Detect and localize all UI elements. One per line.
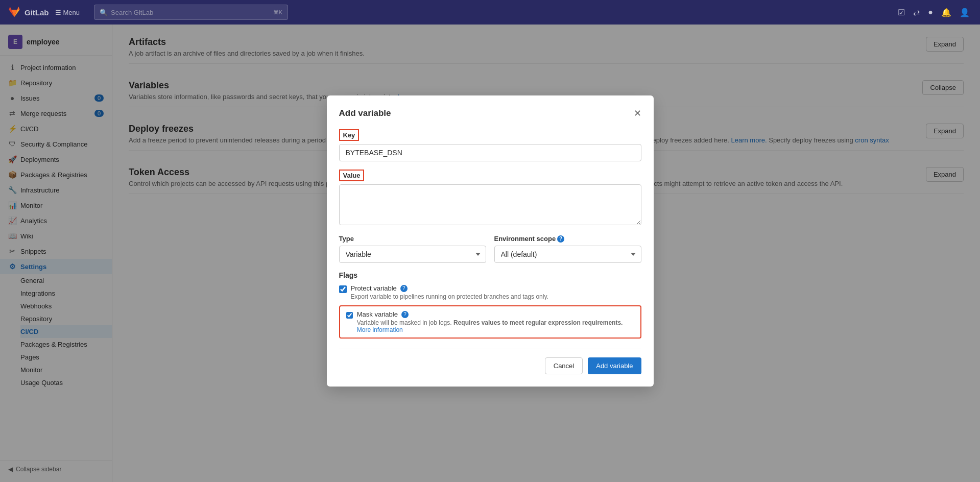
mask-variable-desc: Variable will be masked in job logs. Req… <box>357 319 634 333</box>
modal-close-button[interactable]: ✕ <box>634 108 641 119</box>
add-variable-modal: Add variable ✕ Key Value Type Variable F… <box>327 95 654 387</box>
env-scope-help-icon[interactable]: ? <box>557 235 564 243</box>
menu-button[interactable]: ☰ Menu <box>55 9 80 16</box>
env-scope-label-row: Environment scope ? <box>494 235 641 243</box>
modal-title: Add variable <box>339 108 391 118</box>
mask-variable-more-link[interactable]: More information <box>357 326 403 333</box>
type-col: Type Variable File <box>339 235 486 263</box>
notifications-icon[interactable]: 🔔 <box>939 6 953 19</box>
mask-variable-help-icon[interactable]: ? <box>401 311 409 318</box>
modal-footer: Cancel Add variable <box>339 349 641 374</box>
todo-icon[interactable]: ☑ <box>896 6 907 19</box>
search-shortcut-label: ⌘K <box>273 9 282 16</box>
brand[interactable]: GitLab <box>8 6 49 18</box>
gitlab-logo-icon <box>8 6 20 18</box>
hamburger-icon: ☰ <box>55 9 61 16</box>
env-scope-select[interactable]: All (default) production staging <box>494 246 641 263</box>
value-textarea[interactable] <box>339 184 641 225</box>
user-avatar[interactable]: 👤 <box>958 6 972 19</box>
search-bar[interactable]: 🔍 Search GitLab ⌘K <box>94 5 288 20</box>
type-env-row: Type Variable File Environment scope ? A… <box>339 235 641 263</box>
mask-variable-content: Mask variable ? Variable will be masked … <box>357 310 634 333</box>
key-label: Key <box>339 129 360 141</box>
navbar-actions: ☑ ⇄ ● 🔔 👤 <box>896 6 972 19</box>
modal-overlay[interactable]: Add variable ✕ Key Value Type Variable F… <box>0 0 980 482</box>
protect-variable-content: Protect variable ? Export variable to pi… <box>351 284 548 300</box>
type-label: Type <box>339 235 486 243</box>
value-label: Value <box>339 170 365 181</box>
key-form-group: Key <box>339 129 641 161</box>
protect-variable-checkbox[interactable] <box>339 285 347 293</box>
search-placeholder: Search GitLab <box>111 9 153 16</box>
flags-title: Flags <box>339 271 641 279</box>
protect-variable-desc: Export variable to pipelines running on … <box>351 293 548 300</box>
add-variable-button[interactable]: Add variable <box>588 357 641 374</box>
key-input[interactable] <box>339 144 641 161</box>
flags-section: Flags Protect variable ? Export variable… <box>339 271 641 339</box>
gitlab-brand-label: GitLab <box>25 8 49 17</box>
protect-variable-label[interactable]: Protect variable <box>351 284 397 292</box>
mask-variable-label[interactable]: Mask variable <box>357 310 398 318</box>
type-select[interactable]: Variable File <box>339 246 486 263</box>
merge-request-icon[interactable]: ⇄ <box>911 6 922 19</box>
issues-icon[interactable]: ● <box>926 6 935 19</box>
value-form-group: Value <box>339 170 641 227</box>
modal-header: Add variable ✕ <box>339 108 641 119</box>
search-icon: 🔍 <box>100 9 108 16</box>
mask-variable-box: Mask variable ? Variable will be masked … <box>339 305 641 339</box>
mask-variable-checkbox[interactable] <box>346 311 353 319</box>
protect-variable-group: Protect variable ? Export variable to pi… <box>339 284 641 300</box>
env-scope-label: Environment scope <box>494 235 556 243</box>
env-scope-col: Environment scope ? All (default) produc… <box>494 235 641 263</box>
protect-variable-help-icon[interactable]: ? <box>400 285 408 292</box>
navbar: GitLab ☰ Menu 🔍 Search GitLab ⌘K ☑ ⇄ ● 🔔… <box>0 0 980 25</box>
mask-variable-group: Mask variable ? Variable will be masked … <box>346 310 634 333</box>
cancel-button[interactable]: Cancel <box>545 357 583 374</box>
